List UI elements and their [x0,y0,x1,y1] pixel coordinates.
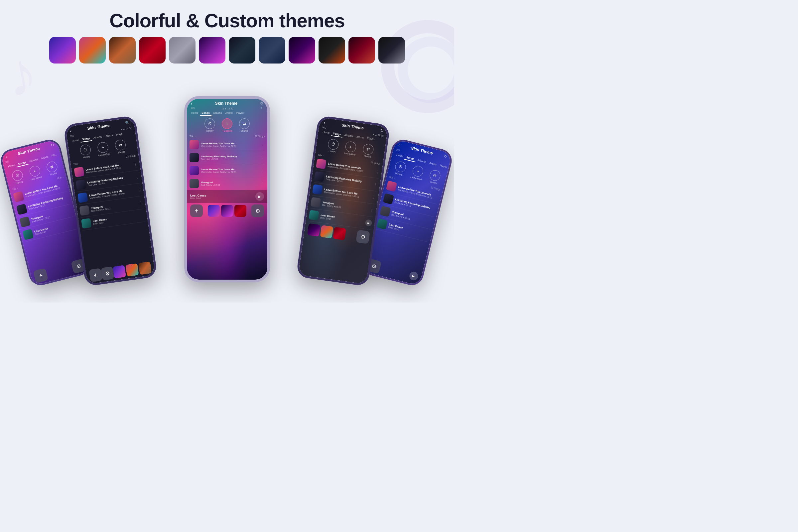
sliders-button[interactable]: ⚙ [101,266,114,281]
bottom-thumb-1[interactable] [113,265,126,279]
action-last-added[interactable]: ＋ Last added [410,165,425,180]
nav-home[interactable]: Home [190,111,200,116]
action-history[interactable]: ⏱ History [393,160,407,176]
play-button[interactable]: ▶ [408,271,419,281]
nav-songs[interactable]: Songs [200,111,211,116]
song-thumb [310,197,321,208]
refresh-icon[interactable]: ↻ [380,128,384,133]
action-shuffle[interactable]: ⇄ Shuffle [362,143,374,158]
theme-thumb-10[interactable] [319,37,345,63]
refresh-icon[interactable]: ↻ [443,154,448,159]
history-circle: ⏱ [79,144,92,156]
theme-thumb-9[interactable] [289,37,315,63]
song-menu-dots[interactable]: ⋮ [137,188,141,192]
bottom-thumb-1[interactable] [307,223,321,237]
search-icon[interactable]: 🔍 [125,120,130,125]
song-menu-dots[interactable]: ⋮ [370,208,374,212]
theme-thumb-2[interactable] [79,37,106,63]
action-shuffle[interactable]: ⇄ Shuffle [239,118,250,132]
nav-artists[interactable]: Artists [224,111,234,116]
nav-playlists[interactable]: Playli [114,131,125,138]
bottom-thumb-3[interactable] [333,227,346,241]
bottom-thumb-3[interactable] [234,205,246,217]
history-label: History [16,180,23,185]
shuffle-circle: ⇄ [239,118,250,129]
nav-artists[interactable]: Artists [103,133,115,139]
sliders-button[interactable]: ⚙ [356,230,370,244]
song-menu-dots[interactable]: ⋮ [372,195,376,200]
theme-thumb-12[interactable] [378,37,405,63]
theme-thumb-7[interactable] [229,37,255,63]
theme-thumb-5[interactable] [169,37,195,63]
phone-center-topbar: ‹ Skin Theme ↻ [187,99,267,107]
action-last-added[interactable]: ＋ Last added [28,165,42,180]
song-row: Levitating Featuring DaBaby Dua Lipa • 0… [190,151,265,164]
status-icons: ▲▲ 12:30 [222,108,233,110]
theme-thumb-1[interactable] [49,37,76,63]
action-last-added[interactable]: ＋ Last added [344,141,357,156]
page-title: Colorful & Custom themes [0,9,454,32]
song-menu-dots[interactable]: ⋮ [261,156,265,159]
plus-button[interactable]: + [89,268,102,282]
plus-button[interactable]: + [190,205,203,217]
song-thumb [74,167,84,177]
song-menu-dots[interactable]: ⋮ [261,169,265,173]
nav-home[interactable]: Home [70,138,81,144]
themes-row [0,37,454,63]
song-thumb [23,229,34,240]
nav-playlists[interactable]: Playlis [365,136,376,142]
action-history[interactable]: ⏱ History [11,169,25,185]
play-button[interactable]: ▶ [255,192,264,201]
nav-artists[interactable]: Artists [355,134,366,141]
bottom-thumb-2[interactable] [221,205,233,217]
phone-center-screen: ‹ Skin Theme ↻ ⊞⊟ ▲▲ 12:30 🔍 Home Songs … [187,99,267,280]
action-plus-added[interactable]: ＋ +1 added [222,118,232,132]
theme-thumb-4[interactable] [139,37,166,63]
sliders-button[interactable]: ⚙ [251,205,264,217]
plus-added-label: +1 added [222,130,232,132]
theme-thumb-8-inner [259,37,285,63]
bottom-thumb-3[interactable] [138,261,152,275]
song-title: Leave Before You Love Me [201,142,259,145]
song-menu-dots[interactable]: ⋮ [375,170,379,174]
action-history[interactable]: ⏱ History [327,138,339,153]
shuffle-circle: ⇄ [362,143,374,155]
song-menu-dots[interactable]: ⋮ [134,162,137,166]
song-info: Leave Before You Love Me Marhmello, Jona… [201,142,259,147]
song-menu-dots[interactable]: ⋮ [139,201,142,205]
shuffle-label: Shuffle [430,180,437,185]
history-circle: ⏱ [394,160,407,174]
last-added-label: Last added [410,175,422,180]
song-menu-dots[interactable]: ⋮ [261,143,265,147]
plus-button[interactable]: + [33,268,48,283]
bottom-thumb-1[interactable] [208,205,220,217]
last-added-label: Last added [344,152,356,156]
song-menu-dots[interactable]: ⋮ [374,183,377,187]
action-last-added[interactable]: ＋ Last added [96,141,110,156]
refresh-icon[interactable]: ↻ [50,142,55,148]
search-icon[interactable]: 🔍 [260,107,263,110]
song-info: Leave Before You Love Me Marhmello, Jona… [201,168,259,173]
nav-albums[interactable]: Albums [211,111,224,116]
action-shuffle[interactable]: ⇄ Shuffle [114,139,127,154]
song-thumb [19,216,31,227]
nav-home[interactable]: Home [321,130,331,136]
song-menu-dots[interactable]: ⋮ [261,182,265,186]
nav-playlists[interactable]: Playlis [234,111,245,116]
action-shuffle[interactable]: ⇄ Shuffle [45,160,59,176]
theme-thumb-8[interactable] [259,37,285,63]
play-button[interactable]: ▶ [365,219,373,227]
song-menu-dots[interactable]: ⋮ [135,175,139,179]
action-history[interactable]: ⏱ History [79,144,92,159]
action-shuffle[interactable]: ⇄ Shuffle [428,169,441,185]
theme-thumb-3[interactable] [109,37,136,63]
bottom-thumb-2[interactable] [125,263,139,277]
action-history[interactable]: ⏱ History [205,118,215,132]
refresh-icon[interactable]: ↻ [260,101,263,106]
theme-thumb-6[interactable] [199,37,225,63]
phone-center-songs-header: Title ↓ 22 Songs [187,134,267,138]
song-thumb [13,191,24,203]
history-circle: ⏱ [327,138,339,150]
bottom-thumb-2[interactable] [320,225,334,239]
theme-thumb-11[interactable] [348,37,375,63]
